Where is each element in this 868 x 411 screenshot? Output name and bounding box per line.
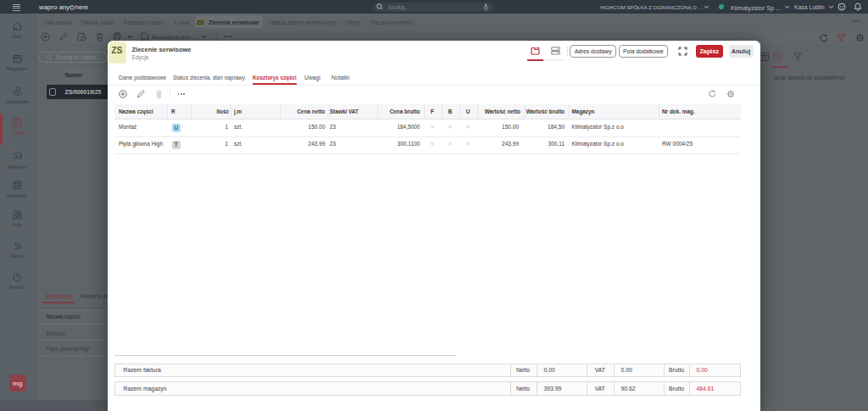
svg-text:XLS: XLS bbox=[142, 36, 148, 40]
